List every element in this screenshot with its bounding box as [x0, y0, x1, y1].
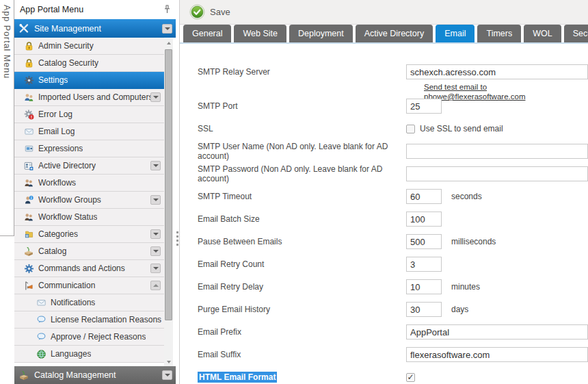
- sidebar-item-workflow-status[interactable]: Workflow Status: [14, 209, 164, 226]
- purge-email-history-input[interactable]: [406, 302, 442, 317]
- form-row-smtp-password-non-ad-only-leave-blank-for-ad-account: SMTP Password (Non AD only. Leave blank …: [198, 166, 588, 181]
- sidebar-item-active-directory[interactable]: Active Directory: [14, 157, 164, 175]
- tab-security[interactable]: Security: [564, 25, 588, 42]
- email-retry-delay-input[interactable]: [406, 279, 442, 294]
- tab-wol[interactable]: WOL: [524, 25, 561, 42]
- expand-arrow-icon[interactable]: [150, 264, 161, 273]
- sidebar-item-expressions[interactable]: Expressions: [14, 140, 164, 157]
- expression-icon: [23, 143, 34, 154]
- sidebar-item-admin-security[interactable]: Admin Security: [14, 38, 164, 55]
- sidebar-item-catalog-security[interactable]: Catalog Security: [14, 55, 164, 72]
- sidebar-item-categories[interactable]: Categories: [14, 226, 164, 243]
- field-label: Pause Between Emails: [198, 237, 406, 246]
- tab-web-site[interactable]: Web Site: [234, 25, 286, 42]
- sidebar-item-label: License Reclamation Reasons: [51, 315, 161, 324]
- unit-suffix: seconds: [451, 192, 482, 201]
- tools-icon: [18, 23, 29, 34]
- sidebar-item-label: Expressions: [38, 144, 83, 153]
- smtp-timeout-input[interactable]: [406, 189, 442, 204]
- html-email-format-checkbox[interactable]: ✓: [406, 373, 415, 382]
- pin-icon[interactable]: [163, 5, 171, 16]
- scrollbar-thumb[interactable]: [165, 49, 172, 320]
- sidebar-item-label: Categories: [38, 229, 78, 239]
- person-info-icon: [23, 194, 34, 205]
- smtp-password-non-ad-only-leave-blank-for-ad-account-input[interactable]: [406, 166, 588, 181]
- toolbar: Save: [180, 0, 588, 25]
- form-row-ssl: SSLUse SSL to send email: [198, 121, 588, 136]
- email-retry-count-input[interactable]: [406, 257, 442, 272]
- checkbox-label: Use SSL to send email: [420, 124, 503, 133]
- link-line: Send test email to phowe@flexerasoftware…: [424, 82, 588, 92]
- expand-arrow-icon[interactable]: [150, 161, 161, 170]
- settings-email-panel: Save GeneralWeb SiteDeploymentActive Dir…: [179, 0, 588, 384]
- expand-arrow-icon[interactable]: [162, 370, 172, 380]
- expand-arrow-icon[interactable]: [150, 246, 161, 256]
- sidebar-item-commands-and-actions[interactable]: Commands and Actions: [14, 260, 164, 277]
- form-row-purge-email-history: Purge Email Historydays: [198, 302, 588, 317]
- sidebar-item-email-log[interactable]: Email Log: [14, 123, 164, 140]
- docked-menu-vertical-tab[interactable]: App Portal Menu: [0, 0, 14, 236]
- sidebar-item-workflow-groups[interactable]: Workflow Groups: [14, 192, 164, 209]
- field-label: SMTP Password (Non AD only. Leave blank …: [198, 164, 406, 183]
- expand-arrow-icon[interactable]: [150, 92, 161, 102]
- megaphone-icon: [23, 280, 34, 291]
- field-label: Email Suffix: [198, 350, 406, 359]
- globe-icon: [36, 348, 46, 359]
- save-button[interactable]: Save: [185, 3, 235, 21]
- lock-icon: [23, 57, 34, 68]
- app-portal-menu-panel: App Portal Menu Site ManagementAdmin Sec…: [14, 0, 176, 384]
- save-label: Save: [210, 7, 230, 17]
- tab-email[interactable]: Email: [436, 25, 475, 42]
- email-suffix-input[interactable]: [406, 347, 588, 362]
- email-batch-size-input[interactable]: [406, 212, 442, 227]
- tab-active-directory[interactable]: Active Directory: [356, 25, 433, 42]
- sidebar-item-label: Communication: [38, 281, 95, 290]
- field-label: Email Retry Delay: [198, 282, 406, 292]
- field-label: Email Prefix: [198, 327, 406, 337]
- sidebar-item-label: Catalog Security: [38, 58, 98, 68]
- ad-card-icon: [23, 160, 34, 171]
- sidebar-item-communication[interactable]: Communication: [14, 277, 164, 294]
- form-row-smtp-relay-server: SMTP Relay Server: [198, 64, 588, 79]
- field-label: HTML Email Format: [198, 372, 406, 382]
- expand-arrow-icon[interactable]: [150, 229, 161, 239]
- sidebar-section-site-management[interactable]: Site Management: [14, 19, 176, 38]
- expand-arrow-icon[interactable]: [162, 24, 172, 34]
- form-row-email-retry-delay: Email Retry Delayminutes: [198, 279, 588, 294]
- sidebar-scrollbar[interactable]: [164, 38, 173, 366]
- scroll-down-arrow-icon[interactable]: [164, 357, 173, 366]
- sidebar-section-catalog-management[interactable]: Catalog Management: [14, 366, 176, 384]
- sidebar-item-languages[interactable]: Languages: [14, 346, 164, 363]
- sidebar-item-approve-reject-reasons[interactable]: Approve / Reject Reasons: [14, 329, 164, 346]
- scroll-up-arrow-icon[interactable]: [164, 38, 173, 47]
- envelope-icon: [23, 126, 34, 137]
- collapse-arrow-icon[interactable]: [150, 281, 161, 290]
- tab-general[interactable]: General: [183, 25, 231, 42]
- smtp-user-name-non-ad-only-leave-blank-for-ad-account-input[interactable]: [406, 144, 588, 159]
- pause-between-emails-input[interactable]: [406, 234, 442, 249]
- ssl-checkbox[interactable]: [406, 125, 415, 133]
- form-row-pause-between-emails: Pause Between Emailsmilliseconds: [198, 234, 588, 249]
- sidebar-item-notifications[interactable]: Notifications: [14, 294, 164, 311]
- email-prefix-input[interactable]: [406, 324, 588, 340]
- sidebar-item-imported-users-and-computers[interactable]: Imported Users and Computers: [14, 89, 164, 106]
- sidebar-item-label: Catalog: [38, 246, 66, 256]
- sidebar-item-license-reclamation-reasons[interactable]: License Reclamation Reasons: [14, 311, 164, 329]
- sidebar-item-settings[interactable]: Settings: [14, 72, 164, 89]
- sidebar-title-bar: App Portal Menu: [14, 0, 176, 19]
- tab-deployment[interactable]: Deployment: [289, 25, 353, 42]
- sidebar-item-label: Workflow Groups: [38, 195, 101, 205]
- package-icon: [18, 370, 29, 381]
- sidebar-item-error-log[interactable]: Error Log: [14, 106, 164, 123]
- sidebar-item-label: Email Log: [38, 127, 75, 136]
- expand-arrow-icon[interactable]: [150, 195, 161, 205]
- bubble-icon: [36, 314, 46, 325]
- tab-timers[interactable]: Timers: [477, 25, 521, 42]
- smtp-port-input[interactable]: [406, 99, 442, 114]
- envelope-icon: [36, 297, 46, 308]
- sidebar-item-workflows[interactable]: Workflows: [14, 175, 164, 192]
- lock-icon: [23, 40, 34, 51]
- smtp-relay-server-input[interactable]: [406, 64, 588, 79]
- gear-error-icon: [23, 109, 34, 120]
- sidebar-item-catalog[interactable]: Catalog: [14, 243, 164, 260]
